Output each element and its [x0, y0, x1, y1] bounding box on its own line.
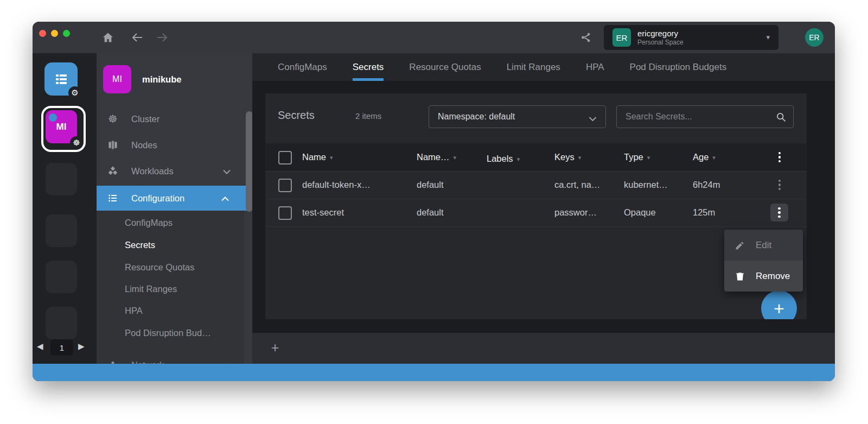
sidebar-item-network[interactable]: Network — [97, 352, 252, 364]
sidebar-item-nodes[interactable]: Nodes — [97, 132, 252, 158]
page-next-icon[interactable]: ▶ — [78, 341, 85, 351]
list-bulleted-icon — [106, 192, 119, 205]
tab-resource-quotas[interactable]: Resource Quotas — [409, 53, 481, 81]
cluster-rail: ⚙ MI ☸ ◀ 1 ▶ — [33, 53, 97, 364]
share-icon[interactable] — [579, 30, 593, 45]
status-bar — [33, 364, 835, 381]
cell-name: default-token-x… — [302, 171, 371, 199]
search-input[interactable] — [624, 111, 768, 122]
cell-namespace: default — [417, 199, 444, 226]
namespace-select-value: Namespace: default — [438, 112, 515, 122]
cell-namespace: default — [417, 171, 444, 199]
items-count: 2 items — [355, 111, 381, 121]
table-header: Name▾ Name…▾ Labels▾ Keys▾ Type▾ Age▾ — [265, 143, 807, 172]
search-field — [616, 105, 794, 128]
sidebar-item-label: Workloads — [131, 166, 174, 176]
row-menu-kebab-icon[interactable] — [775, 178, 784, 192]
tab-secrets[interactable]: Secrets — [353, 53, 384, 81]
chevron-down-icon — [223, 360, 231, 364]
sort-arrow-icon: ▾ — [578, 153, 582, 161]
row-context-menu: Edit Remove — [724, 230, 803, 292]
cell-name: test-secret — [302, 199, 344, 226]
zoom-window-button[interactable] — [63, 30, 70, 37]
plus-icon: + — [774, 298, 784, 319]
sidebar-cluster-badge: MI — [103, 65, 131, 93]
submenu-item-limit-ranges[interactable]: Limit Ranges — [125, 278, 177, 300]
column-header-type[interactable]: Type▾ — [624, 143, 650, 171]
column-header-keys[interactable]: Keys▾ — [554, 143, 581, 171]
bottom-dock: + — [252, 332, 835, 364]
sidebar-scrollbar[interactable] — [246, 111, 252, 212]
sidebar-item-label: Nodes — [131, 140, 157, 150]
submenu-item-configmaps[interactable]: ConfigMaps — [125, 212, 173, 233]
search-icon — [775, 111, 787, 125]
row-checkbox[interactable] — [278, 206, 292, 220]
add-secret-fab[interactable]: + — [761, 290, 797, 319]
window-titlebar: ER ericgregory Personal Space ▾ ER — [33, 22, 835, 53]
sidebar-item-workloads[interactable]: Workloads — [97, 158, 252, 184]
page-title: Secrets — [278, 109, 315, 122]
account-badge: ER — [612, 28, 631, 47]
tab-limit-ranges[interactable]: Limit Ranges — [507, 53, 560, 81]
submenu-item-resource-quotas[interactable]: Resource Quotas — [125, 256, 194, 278]
nodes-icon — [106, 138, 119, 151]
tab-hpa[interactable]: HPA — [586, 53, 604, 81]
menu-item-edit[interactable]: Edit — [724, 230, 803, 261]
cluster-sidebar: MI minikube ☸ Cluster Nodes Workloads — [97, 53, 252, 364]
submenu-item-pod-disruption-budgets[interactable]: Pod Disruption Bud… — [125, 322, 211, 344]
status-dot — [49, 113, 57, 122]
forward-icon[interactable] — [155, 30, 169, 45]
cell-type: kubernet… — [624, 171, 668, 199]
close-window-button[interactable] — [39, 30, 46, 37]
cell-age: 6h24m — [693, 171, 720, 199]
column-header-labels[interactable]: Labels▾ — [487, 145, 520, 173]
submenu-item-secrets[interactable]: Secrets — [125, 234, 155, 256]
cell-keys: passwor… — [554, 199, 597, 226]
chevron-down-icon: ▾ — [766, 33, 770, 41]
menu-item-label: Remove — [756, 271, 790, 282]
row-checkbox[interactable] — [278, 179, 292, 192]
account-switcher[interactable]: ER ericgregory Personal Space ▾ — [604, 25, 778, 50]
namespace-select[interactable]: Namespace: default — [429, 105, 606, 128]
sidebar-item-configuration[interactable]: Configuration — [97, 186, 247, 211]
sidebar-cluster-name: minikube — [142, 65, 181, 93]
active-cluster-button[interactable]: MI ☸ — [41, 106, 86, 152]
page-number: 1 — [50, 339, 73, 356]
pencil-icon — [733, 240, 746, 251]
catalog-button[interactable]: ⚙ — [44, 62, 78, 96]
back-icon[interactable] — [130, 30, 144, 45]
account-space: Personal Space — [637, 39, 684, 46]
kubernetes-wheel-icon: ☸ — [70, 136, 83, 149]
tab-configmaps[interactable]: ConfigMaps — [278, 53, 327, 81]
sort-arrow-icon: ▾ — [454, 153, 457, 161]
row-menu-button-active[interactable] — [770, 204, 788, 222]
cluster-placeholder — [46, 261, 77, 293]
sidebar-item-cluster[interactable]: ☸ Cluster — [97, 106, 252, 132]
column-header-age[interactable]: Age▾ — [693, 143, 716, 171]
sidebar-item-label: Network — [131, 360, 164, 364]
home-icon[interactable] — [101, 30, 115, 45]
cluster-initials-badge: MI ☸ — [46, 110, 77, 143]
minimize-window-button[interactable] — [51, 30, 58, 37]
column-header-name[interactable]: Name▾ — [302, 143, 333, 171]
chevron-up-icon — [221, 193, 229, 204]
page-prev-icon[interactable]: ◀ — [37, 341, 43, 351]
user-avatar[interactable]: ER — [805, 28, 824, 47]
account-name: ericgregory — [637, 29, 678, 38]
network-icon — [106, 358, 119, 364]
table-menu-kebab-icon[interactable] — [775, 150, 784, 164]
catalog-list-icon — [53, 71, 69, 87]
table-row[interactable]: default-token-x… default ca.crt, na… kub… — [265, 171, 807, 199]
trash-icon — [733, 271, 746, 282]
add-tab-plus-icon[interactable]: + — [267, 340, 283, 356]
tab-pod-disruption-budgets[interactable]: Pod Disruption Budgets — [630, 53, 727, 81]
table-row[interactable]: test-secret default passwor… Opaque 125m — [265, 199, 807, 227]
chevron-down-icon — [223, 166, 231, 176]
main-area: ConfigMaps Secrets Resource Quotas Limit… — [252, 53, 835, 364]
column-header-namespace[interactable]: Name…▾ — [417, 143, 456, 171]
menu-item-remove[interactable]: Remove — [724, 261, 803, 292]
sidebar-item-label: Configuration — [131, 193, 184, 204]
sort-arrow-icon: ▾ — [330, 153, 333, 161]
select-all-checkbox[interactable] — [278, 151, 292, 164]
submenu-item-hpa[interactable]: HPA — [125, 300, 143, 321]
